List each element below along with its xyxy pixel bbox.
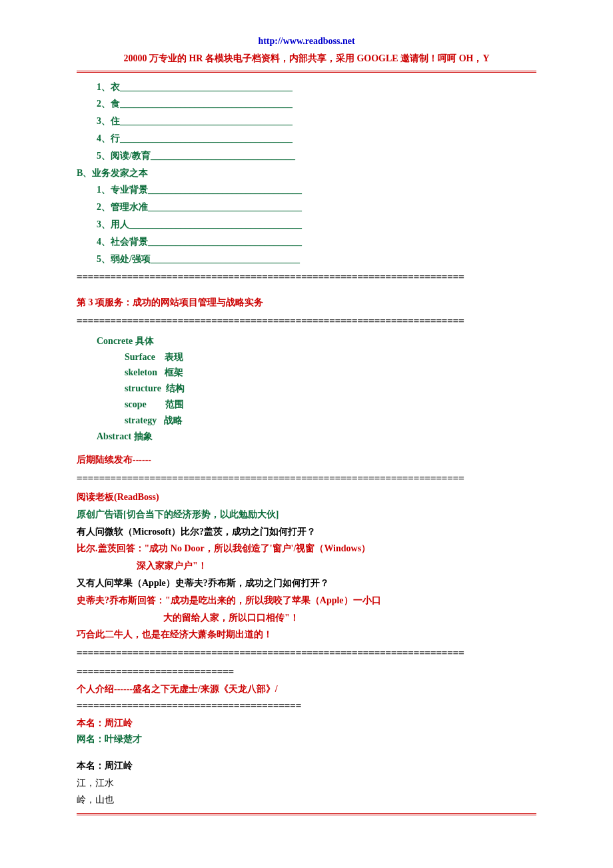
- concrete-heading: Concrete 具体: [97, 333, 536, 349]
- service-3-title: 第 3 项服务：成功的网站项目管理与战略实务: [77, 295, 536, 311]
- intro-title: 个人介绍------盛名之下无虚士/来源《天龙八部》/: [77, 681, 536, 697]
- concrete-row-2: skeleton 框架: [125, 365, 536, 381]
- list-a: 1、衣_____________________________________…: [77, 79, 536, 164]
- readboss-title: 阅读老板(ReadBoss): [77, 489, 536, 505]
- concrete-row-1: Surface 表现: [125, 349, 536, 365]
- divider-eq-2: ========================================…: [77, 313, 536, 329]
- divider-eq-3: ========================================…: [77, 471, 536, 487]
- river-line: 江，江水: [77, 775, 536, 791]
- list-b-item-4: 4、社会背景_________________________________: [97, 234, 536, 250]
- realname2: 本名：周江岭: [77, 758, 536, 774]
- mountain-line: 岭，山也: [77, 792, 536, 808]
- list-a-item-2: 2、食_____________________________________: [97, 96, 536, 112]
- list-a-item-4: 4、行_____________________________________: [97, 131, 536, 147]
- list-b-item-1: 1、专业背景_________________________________: [97, 182, 536, 198]
- concrete-block: Concrete 具体 Surface 表现 skeleton 框架 struc…: [77, 333, 536, 445]
- section-b-heading: B、业务发家之本: [77, 165, 536, 181]
- list-b-item-2: 2、管理水准_________________________________: [97, 199, 536, 215]
- list-b-item-5: 5、弱处/强项________________________________: [97, 251, 536, 267]
- realname-line: 本名：周江岭: [77, 715, 536, 731]
- short-eq-2: ========================================: [77, 698, 536, 714]
- abstract-heading: Abstract 抽象: [97, 429, 536, 445]
- concrete-row-5: strategy 战略: [125, 413, 536, 429]
- concrete-row-4: scope 范围: [125, 397, 536, 413]
- short-eq-1: ============================: [77, 664, 536, 680]
- readboss-a2-line2: 大的留给人家，所以口口相传"！: [77, 610, 536, 626]
- list-a-item-5: 5、阅读/教育_______________________________: [97, 148, 536, 164]
- list-a-item-3: 3、住_____________________________________: [97, 113, 536, 129]
- list-b-item-3: 3、用人____________________________________…: [97, 217, 536, 233]
- divider-eq-4: ========================================…: [77, 645, 536, 661]
- header-divider: [77, 71, 536, 73]
- readboss-a2-line1: 史蒂夫?乔布斯回答："成功是吃出来的，所以我咬了苹果（Apple）一小口: [77, 593, 536, 609]
- readboss-slogan: 原创广告语[切合当下的经济形势，以此勉励大伙]: [77, 507, 536, 523]
- list-a-item-1: 1、衣_____________________________________: [97, 79, 536, 95]
- divider-eq-1: ========================================…: [77, 269, 536, 285]
- readboss-a1-line2: 深入家家户户"！: [77, 558, 536, 574]
- footer-divider: [77, 813, 536, 815]
- readboss-q1: 有人问微软（Microsoft）比尔?盖茨，成功之门如何打开？: [77, 524, 536, 540]
- netname-line: 网名：叶绿楚才: [77, 731, 536, 747]
- concrete-row-3: structure 结构: [125, 381, 536, 397]
- list-b: 1、专业背景_________________________________ …: [77, 182, 536, 267]
- readboss-a1-line1: 比尔.盖茨回答："成功 No Door，所以我创造了'窗户'/视窗（Window…: [77, 541, 536, 557]
- readboss-q2: 又有人问苹果（Apple）史蒂夫?乔布斯，成功之门如何打开？: [77, 575, 536, 591]
- later-publish: 后期陆续发布------: [77, 452, 536, 468]
- header-url[interactable]: http://www.readboss.net: [77, 33, 536, 49]
- header-banner: 20000 万专业的 HR 各模块电子档资料，内部共享，采用 GOOGLE 邀请…: [77, 51, 536, 67]
- readboss-coincidence: 巧合此二牛人，也是在经济大萧条时期出道的！: [77, 627, 536, 643]
